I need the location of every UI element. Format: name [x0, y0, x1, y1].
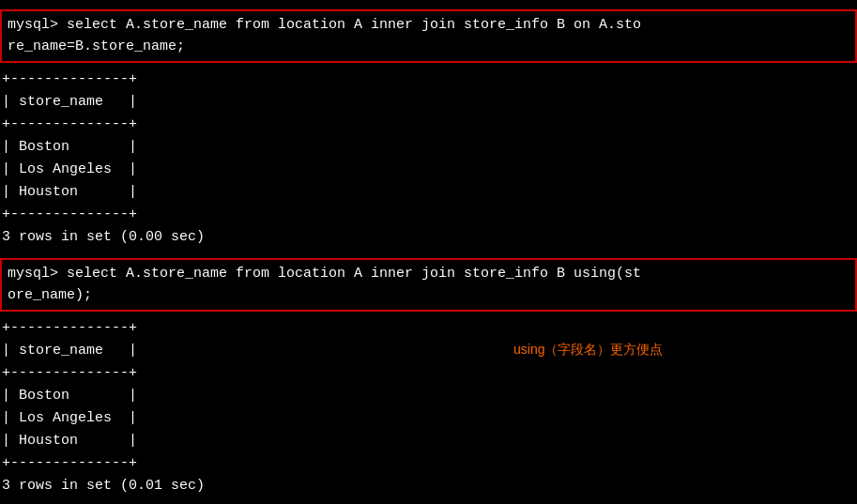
- table-row-1-1: | Boston |: [0, 136, 857, 159]
- table-header-2: | store_name |: [0, 340, 857, 362]
- section-2: mysql> select A.store_name from location…: [0, 258, 857, 503]
- table-separator-top-2: +--------------+: [0, 317, 857, 340]
- table-separator-bot-1: +--------------+: [0, 204, 857, 226]
- terminal: mysql> select A.store_name from location…: [0, 0, 857, 504]
- query-line-2-2: ore_name);: [8, 285, 849, 307]
- table-separator-top-1: +--------------+: [0, 69, 857, 91]
- query-line-1-1: mysql> select A.store_name from location…: [8, 15, 849, 37]
- result-block-1: +--------------+ | store_name | +-------…: [0, 67, 857, 254]
- section-1: mysql> select A.store_name from location…: [0, 9, 857, 254]
- query-line-2-1: mysql> select A.store_name from location…: [8, 264, 849, 285]
- table-row-1-3: | Houston |: [0, 181, 857, 204]
- table-separator-mid-1: +--------------+: [0, 114, 857, 136]
- table-separator-bot-2: +--------------+: [0, 452, 857, 475]
- summary-1: 3 rows in set (0.00 sec): [0, 226, 857, 249]
- table-row-2-2: | Los Angeles |: [0, 407, 857, 430]
- query-line-1-2: re_name=B.store_name;: [8, 37, 849, 58]
- table-separator-mid-2: +--------------+: [0, 362, 857, 385]
- summary-2: 3 rows in set (0.01 sec): [0, 475, 857, 497]
- table-row-1-2: | Los Angeles |: [0, 159, 857, 181]
- table-row-2-3: | Houston |: [0, 430, 857, 452]
- query-block-1: mysql> select A.store_name from location…: [0, 9, 857, 63]
- table-row-2-1: | Boston |: [0, 385, 857, 407]
- query-block-2: mysql> select A.store_name from location…: [0, 258, 857, 312]
- result-block-2: +--------------+ | store_name | +-------…: [0, 315, 857, 503]
- table-header-1: | store_name |: [0, 91, 857, 114]
